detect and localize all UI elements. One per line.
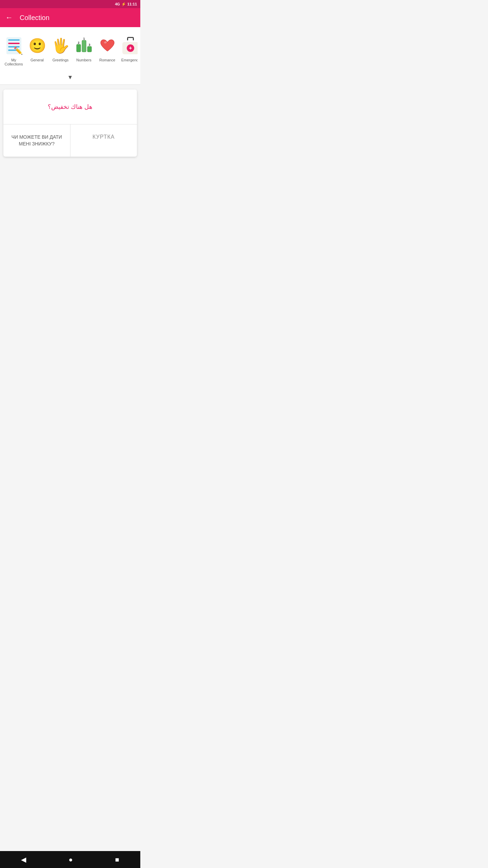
sidebar-item-general[interactable]: 🙂 General <box>26 33 48 68</box>
battery-icon: ⚡ <box>121 2 126 6</box>
emergency-label: Emergency <box>121 58 138 62</box>
chevron-row[interactable]: ▾ <box>0 71 140 85</box>
svg-rect-0 <box>77 44 81 52</box>
card-word-section[interactable]: КУРТКА <box>70 124 137 157</box>
sidebar-item-greetings[interactable]: 🖐️ Greetings <box>49 33 72 68</box>
card-question-section: هل هناك تخفيض؟ <box>3 90 137 124</box>
card-area: هل هناك تخفيض؟ ЧИ МОЖЕТЕ ВИ ДАТИ МЕНІ ЗН… <box>0 85 140 161</box>
notebook-icon: ✏️ <box>5 37 23 55</box>
sidebar-item-numbers[interactable]: 2 1 3 Numbers <box>73 33 95 68</box>
status-icons: 4G ⚡ 11:11 <box>115 2 137 6</box>
category-row: ✏️ My Collections 🙂 General 🖐️ Greetings <box>3 33 138 68</box>
svg-text:2: 2 <box>78 41 79 44</box>
card-bottom-section: ЧИ МОЖЕТЕ ВИ ДАТИ МЕНІ ЗНИЖКУ? КУРТКА <box>3 124 137 157</box>
emergency-icon: + <box>120 35 138 57</box>
general-icon: 🙂 <box>26 35 48 57</box>
romance-label: Romance <box>99 58 115 62</box>
my-collections-icon-wrap: ✏️ <box>3 35 25 57</box>
plus-icon: + <box>127 44 134 52</box>
greetings-icon: 🖐️ <box>49 35 72 57</box>
sidebar-item-emergency[interactable]: + Emergency <box>120 33 138 68</box>
general-label: General <box>30 58 44 62</box>
briefcase-body-icon: + <box>122 42 138 54</box>
svg-text:1: 1 <box>83 37 85 40</box>
back-button[interactable]: ← <box>5 13 13 22</box>
numbers-label: Numbers <box>76 58 92 62</box>
sidebar-item-romance[interactable]: Romance <box>96 33 118 68</box>
sidebar-item-my-collections[interactable]: ✏️ My Collections <box>3 33 25 68</box>
expand-chevron-icon: ▾ <box>68 73 72 81</box>
svg-rect-2 <box>87 46 92 52</box>
category-section: ✏️ My Collections 🙂 General 🖐️ Greetings <box>0 27 140 71</box>
network-indicator: 4G <box>115 2 120 6</box>
card-word-text: КУРТКА <box>93 134 115 140</box>
status-bar: 4G ⚡ 11:11 <box>0 0 140 8</box>
svg-text:3: 3 <box>88 43 90 46</box>
app-bar: ← Collection <box>0 8 140 27</box>
romance-icon <box>96 35 118 57</box>
numbers-icon: 2 1 3 <box>73 35 95 57</box>
card-question-text: هل هناك تخفيض؟ <box>48 103 93 110</box>
flashcard[interactable]: هل هناك تخفيض؟ ЧИ МОЖЕТЕ ВИ ДАТИ МЕНІ ЗН… <box>3 90 137 157</box>
svg-rect-1 <box>82 40 86 52</box>
card-translation-text: ЧИ МОЖЕТЕ ВИ ДАТИ МЕНІ ЗНИЖКУ? <box>12 134 62 146</box>
greetings-label: Greetings <box>53 58 69 62</box>
card-translation-section[interactable]: ЧИ МОЖЕТЕ ВИ ДАТИ МЕНІ ЗНИЖКУ? <box>3 124 70 157</box>
page-title: Collection <box>20 14 49 22</box>
briefcase-handle-icon <box>127 37 134 40</box>
time-display: 11:11 <box>127 2 137 6</box>
my-collections-label: My Collections <box>4 58 23 66</box>
